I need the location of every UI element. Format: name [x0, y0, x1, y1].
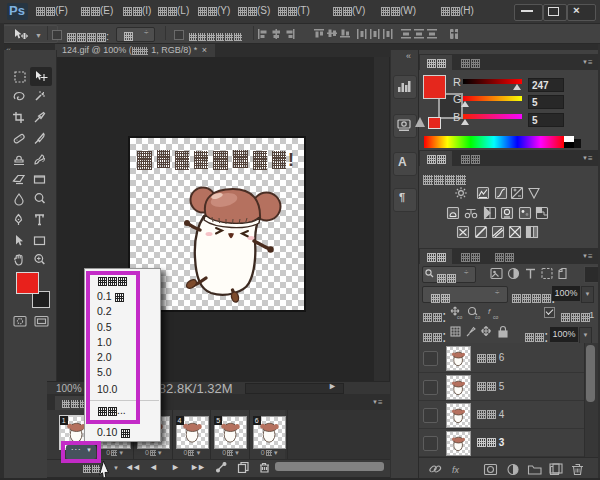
svg-text:f: f — [488, 307, 491, 316]
svg-text:fx: fx — [452, 465, 460, 475]
svg-text:co: co — [457, 314, 463, 320]
svg-text:co: co — [475, 314, 481, 320]
svg-text:co: co — [493, 314, 499, 320]
